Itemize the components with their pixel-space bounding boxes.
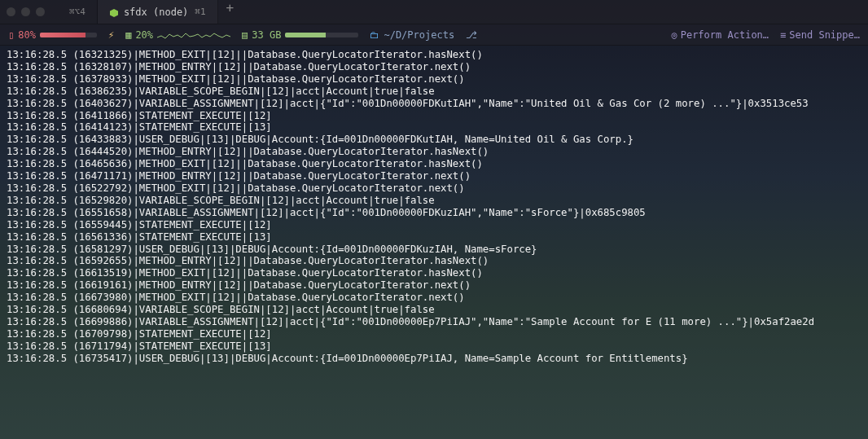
- target-icon: ◎: [671, 29, 677, 41]
- folder-icon: 🗀: [370, 29, 379, 41]
- log-line: 13:16:28.5 (16619161)|METHOD_ENTRY|[12]|…: [7, 279, 861, 292]
- cwd[interactable]: 🗀 ~/D/Projects: [370, 29, 454, 41]
- tab-bar: ⌘⌥4 sfdx (node) ⌘1 +: [58, 0, 242, 24]
- tab-shortcut: ⌘⌥4: [69, 7, 85, 17]
- log-line: 13:16:28.5 (16711794)|STATEMENT_EXECUTE|…: [7, 340, 861, 353]
- ram-status: ▤ 33 GB: [242, 29, 358, 41]
- log-line: 13:16:28.5 (16321325)|METHOD_EXIT|[12]||…: [7, 49, 861, 61]
- new-tab-button[interactable]: +: [218, 0, 243, 24]
- log-line: 13:16:28.5 (16735417)|USER_DEBUG|[13]|DE…: [7, 353, 861, 365]
- tab-shortcut-2: ⌘1: [195, 7, 205, 17]
- log-line: 13:16:28.5 (16592655)|METHOD_ENTRY|[12]|…: [7, 255, 861, 267]
- log-line: 13:16:28.5 (16709798)|STATEMENT_EXECUTE|…: [7, 328, 861, 340]
- ram-value: 33 GB: [252, 29, 281, 41]
- battery-bar: [40, 33, 97, 37]
- battery-percent: 80%: [18, 29, 36, 41]
- branch-icon: ⎇: [466, 29, 477, 41]
- log-line: 13:16:28.5 (16673980)|METHOD_EXIT|[12]||…: [7, 292, 861, 304]
- log-line: 13:16:28.5 (16680694)|VARIABLE_SCOPE_BEG…: [7, 304, 861, 316]
- send-snippet-label: Send Snippe…: [789, 29, 860, 41]
- node-icon: [109, 8, 117, 16]
- log-line: 13:16:28.5 (16699886)|VARIABLE_ASSIGNMEN…: [7, 316, 861, 328]
- log-line: 13:16:28.5 (16529820)|VARIABLE_SCOPE_BEG…: [7, 195, 861, 207]
- close-window-button[interactable]: [7, 7, 15, 16]
- zoom-window-button[interactable]: [36, 7, 45, 16]
- window-controls: [7, 7, 45, 16]
- log-line: 13:16:28.5 (16613519)|METHOD_EXIT|[12]||…: [7, 267, 861, 279]
- log-line: 13:16:28.5 (16411866)|STATEMENT_EXECUTE|…: [7, 110, 861, 122]
- log-line: 13:16:28.5 (16471171)|METHOD_ENTRY|[12]|…: [7, 170, 861, 182]
- tab-1[interactable]: ⌘⌥4: [58, 0, 98, 24]
- log-line: 13:16:28.5 (16559445)|STATEMENT_EXECUTE|…: [7, 219, 861, 231]
- perform-action-button[interactable]: ◎ Perform Action…: [671, 29, 769, 41]
- statusbar: ▯ 80% ⚡ ▦ 20% ▤ 33 GB 🗀 ~/D/Projects ⎇ ◎…: [0, 24, 868, 46]
- battery-status: ▯ 80%: [8, 29, 97, 41]
- send-snippet-button[interactable]: ≡ Send Snippe…: [780, 29, 860, 41]
- log-line: 13:16:28.5 (16414123)|STATEMENT_EXECUTE|…: [7, 121, 861, 134]
- cpu-icon: ▦: [125, 29, 131, 41]
- svg-marker-0: [110, 9, 118, 17]
- ram-icon: ▤: [242, 29, 248, 41]
- log-line: 13:16:28.5 (16522792)|METHOD_EXIT|[12]||…: [7, 182, 861, 195]
- log-line: 13:16:28.5 (16378933)|METHOD_EXIT|[12]||…: [7, 73, 861, 86]
- perform-action-label: Perform Action…: [681, 29, 769, 41]
- titlebar: ⌘⌥4 sfdx (node) ⌘1 +: [0, 0, 868, 24]
- log-line: 13:16:28.5 (16561336)|STATEMENT_EXECUTE|…: [7, 231, 861, 244]
- terminal-output[interactable]: 13:16:28.5 (16321325)|METHOD_EXIT|[12]||…: [0, 46, 868, 439]
- log-line: 13:16:28.5 (16433883)|USER_DEBUG|[13]|DE…: [7, 134, 861, 146]
- cpu-sparkline: [157, 29, 230, 41]
- minimize-window-button[interactable]: [21, 7, 30, 16]
- log-line: 13:16:28.5 (16465636)|METHOD_EXIT|[12]||…: [7, 158, 861, 170]
- ram-bar: [285, 33, 358, 37]
- cpu-percent: 20%: [135, 29, 153, 41]
- battery-icon: ▯: [8, 29, 14, 41]
- log-line: 13:16:28.5 (16581297)|USER_DEBUG|[13]|DE…: [7, 244, 861, 256]
- log-line: 13:16:28.5 (16328107)|METHOD_ENTRY|[12]|…: [7, 61, 861, 73]
- tab-title: sfdx (node): [124, 7, 188, 18]
- charging-icon: ⚡: [108, 29, 114, 41]
- log-line: 13:16:28.5 (16444520)|METHOD_ENTRY|[12]|…: [7, 146, 861, 158]
- log-line: 13:16:28.5 (16386235)|VARIABLE_SCOPE_BEG…: [7, 86, 861, 98]
- log-line: 13:16:28.5 (16403627)|VARIABLE_ASSIGNMEN…: [7, 98, 861, 110]
- cwd-path: ~/D/Projects: [384, 29, 454, 41]
- list-icon: ≡: [780, 29, 786, 41]
- cpu-status: ▦ 20%: [125, 29, 230, 41]
- log-line: 13:16:28.5 (16551658)|VARIABLE_ASSIGNMEN…: [7, 207, 861, 219]
- git-branch[interactable]: ⎇: [466, 29, 477, 41]
- tab-sfdx[interactable]: sfdx (node) ⌘1: [98, 0, 218, 24]
